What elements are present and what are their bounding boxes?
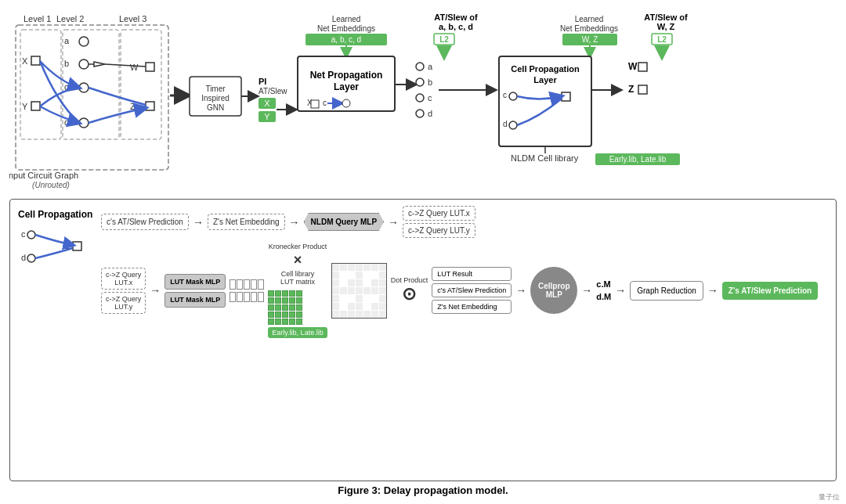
kg-cell xyxy=(371,272,378,279)
grid-cell xyxy=(275,297,281,304)
z-net-emb-box2: Z's Net Embedding xyxy=(432,300,512,314)
lut-cell xyxy=(244,292,250,302)
kg-cell xyxy=(356,272,363,279)
kg-cell xyxy=(332,287,339,294)
svg-text:c: c xyxy=(21,229,26,239)
lut-cell xyxy=(237,279,243,290)
cz-lut-y-box: c->Z Query LUT.y xyxy=(403,223,475,238)
kg-cell xyxy=(379,303,386,310)
kg-cell xyxy=(332,311,339,318)
kg-cell xyxy=(340,295,347,302)
grid-cell xyxy=(296,304,302,311)
kg-cell xyxy=(371,303,378,310)
grid-cell xyxy=(289,319,295,325)
kron-big-grid-block xyxy=(331,263,387,319)
lut-cell xyxy=(258,279,264,290)
kg-cell xyxy=(371,279,378,286)
grid-cell xyxy=(289,297,295,304)
kg-cell xyxy=(332,279,339,286)
cz-lut-y-input: c->Z Query LUT.y xyxy=(101,292,146,314)
kg-cell xyxy=(363,279,371,286)
lut-mask-mlp-2: LUT Mask MLP xyxy=(164,292,226,308)
lut-cell xyxy=(258,292,264,302)
cell-lib-matrix: Cell library LUT matrix xyxy=(268,270,327,338)
main-container: Level 1 Level 2 Level 3 X Y a b xyxy=(0,0,846,504)
kg-cell xyxy=(340,272,347,279)
grid-cell xyxy=(282,319,288,325)
lut-cell xyxy=(244,279,250,290)
kg-cell xyxy=(332,303,339,310)
nldm-query-mlp-box: NLDM Query MLP xyxy=(304,213,384,231)
lut-strip-2 xyxy=(230,292,264,302)
lut-cell xyxy=(237,292,243,302)
kg-cell xyxy=(332,295,339,302)
arrow2: → xyxy=(289,216,300,229)
kg-cell xyxy=(340,303,347,310)
cell-prop-title: Cell Propagation xyxy=(18,209,92,220)
kg-cell xyxy=(363,264,371,271)
grid-cell xyxy=(275,290,281,297)
grid-cell xyxy=(296,290,302,297)
svg-point-87 xyxy=(27,231,35,239)
kg-cell xyxy=(379,272,386,279)
kg-cell xyxy=(356,279,363,286)
times-symbol: × xyxy=(294,252,302,268)
arrow5: → xyxy=(515,284,526,297)
kronecker-label: Kronecker Product xyxy=(269,243,327,250)
kg-cell xyxy=(371,264,378,271)
zs-prediction-box: Z's AT/Slew Prediction xyxy=(722,282,818,300)
kronecker-block: Kronecker Product × Cell library LUT mat… xyxy=(268,243,327,338)
kg-cell xyxy=(371,311,378,318)
kg-cell xyxy=(356,287,363,294)
z-net-emb-box: Z's Net Embedding xyxy=(208,214,285,230)
grid-cell xyxy=(296,297,302,304)
cell-lib-label: Cell library xyxy=(268,270,327,278)
grid-cell xyxy=(268,319,274,325)
kg-cell xyxy=(379,279,386,286)
kg-cell xyxy=(363,287,371,294)
kg-cell xyxy=(363,303,371,310)
early-late-lib-badge: Early.lib, Late.lib xyxy=(268,327,327,338)
lut-cell xyxy=(230,279,236,290)
lut-matrix-label: LUT matrix xyxy=(268,278,327,286)
kg-cell xyxy=(356,264,363,271)
cz-lut-x-input: c->Z Query LUT.x xyxy=(101,268,146,290)
kg-cell xyxy=(348,279,355,286)
kg-cell xyxy=(379,287,386,294)
grid-cell xyxy=(282,290,288,297)
grid-cell xyxy=(289,290,295,297)
kg-cell xyxy=(340,264,347,271)
kg-cell xyxy=(379,311,386,318)
kg-cell xyxy=(363,311,371,318)
arrow1: → xyxy=(193,216,204,229)
kg-cell xyxy=(356,303,363,310)
dot-product-block: Dot Product ⊙ xyxy=(391,276,428,304)
bottom-detail-rows: c's AT/Slew Prediction → Z's Net Embeddi… xyxy=(101,206,828,338)
kg-cell xyxy=(379,264,386,271)
arrow4: → xyxy=(150,284,161,297)
watermark: 量子位 xyxy=(819,492,840,502)
cz-lut-x-box: c->Z Query LUT.x xyxy=(403,206,475,221)
kg-cell xyxy=(340,311,347,318)
graph-reduction-box: Graph Reduction xyxy=(630,281,703,301)
kg-cell xyxy=(363,272,371,279)
c-m-label: c.M xyxy=(596,279,611,289)
arrow7: → xyxy=(615,284,626,297)
grid-cell xyxy=(282,297,288,304)
svg-point-89 xyxy=(27,254,35,262)
d-m-label: d.M xyxy=(596,292,611,301)
lut-mask-mlp-1: LUT Mask MLP xyxy=(164,274,226,290)
lut-cell xyxy=(230,292,236,302)
grid-cell xyxy=(282,311,288,318)
kg-cell xyxy=(348,272,355,279)
grid-cell xyxy=(275,319,281,325)
c-atslew-pred-box2: c's AT/Slew Prediction xyxy=(432,283,512,297)
grid-cell xyxy=(268,297,274,304)
grid-cell xyxy=(289,304,295,311)
kg-cell xyxy=(332,272,339,279)
lut-cell xyxy=(251,279,257,290)
kronecker-big-grid xyxy=(331,263,387,319)
cm-dm-block: c.M d.M xyxy=(596,279,611,301)
bottom-row1: c's AT/Slew Prediction → Z's Net Embeddi… xyxy=(101,206,828,238)
lut-result-block: LUT Result c's AT/Slew Prediction Z's Ne… xyxy=(432,267,512,314)
